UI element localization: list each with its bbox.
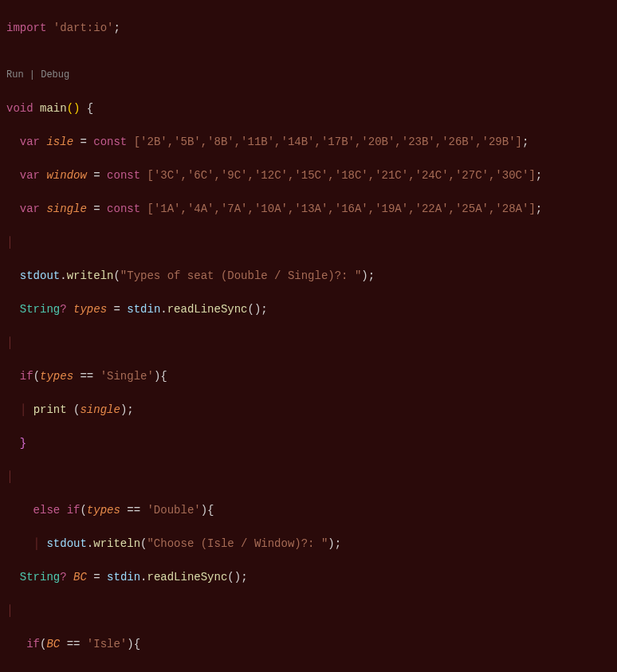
line-import: import 'dart:io'; [6, 20, 617, 37]
blank-line: │ [6, 234, 617, 251]
line-print-single: │ print (single); [6, 402, 617, 419]
blank-line: │ [6, 469, 617, 485]
line-main-decl: void main() { [6, 100, 617, 117]
codelens-debug[interactable]: Debug [41, 69, 69, 81]
code-editor[interactable]: import 'dart:io'; Run | Debug void main(… [0, 0, 617, 672]
line-if-isle: if(BC == 'Isle'){ [6, 636, 617, 653]
blank-line: │ [6, 335, 617, 352]
line-bc-decl: String? BC = stdin.readLineSync(); [6, 569, 617, 586]
codelens-run[interactable]: Run [6, 69, 24, 81]
line-stdout-types: stdout.writeln("Types of seat (Double / … [6, 268, 617, 285]
line-var-single: var single = const ['1A','4A','7A','10A'… [6, 201, 617, 218]
codelens: Run | Debug [6, 68, 617, 82]
line-if-single: if(types == 'Single'){ [6, 368, 617, 385]
blank-line: │ [6, 603, 617, 619]
line-close: } [6, 435, 617, 452]
line-stdout-choose: │ stdout.writeln("Choose (Isle / Window)… [6, 536, 617, 552]
line-var-window: var window = const ['3C','6C','9C','12C'… [6, 167, 617, 184]
line-else-if-double: else if(types == 'Double'){ [6, 502, 617, 519]
line-var-isle: var isle = const ['2B','5B','8B','11B','… [6, 134, 617, 151]
line-types-decl: String? types = stdin.readLineSync(); [6, 301, 617, 318]
